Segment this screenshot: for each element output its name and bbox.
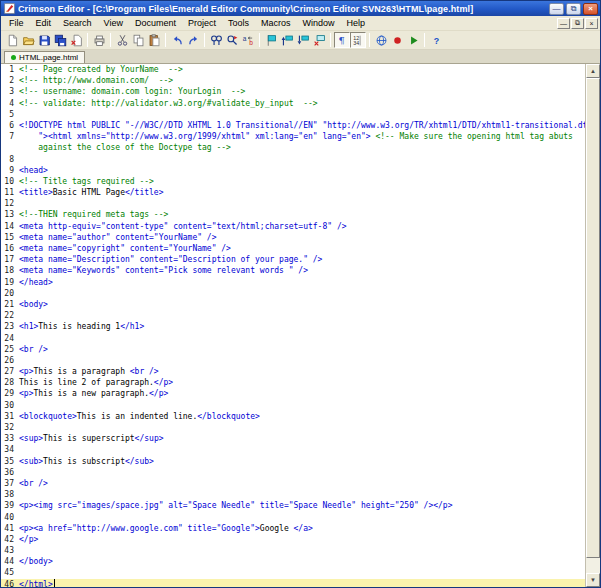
code-line[interactable]: against the close of the Doctype tag --> [1, 142, 585, 153]
find-next-icon[interactable] [224, 32, 240, 48]
code-line[interactable]: 7 "><html xmlns="http://www.w3.org/1999/… [1, 131, 585, 142]
current-line[interactable]: 46</html> [1, 579, 585, 587]
menu-search[interactable]: Search [57, 16, 98, 30]
code-line[interactable]: 6<!DOCTYPE html PUBLIC "-//W3C//DTD XHTM… [1, 120, 585, 131]
code-line[interactable]: 2<!-- http://www.domain.com/ --> [1, 75, 585, 86]
scroll-up-icon[interactable]: ▲ [586, 64, 600, 78]
code-area[interactable]: 1<!-- Page created by YourName -->2<!-- … [1, 64, 585, 587]
code-line[interactable]: 25<br /> [1, 344, 585, 355]
scrollbar-thumb[interactable] [586, 78, 600, 558]
replace-icon[interactable]: ab [240, 32, 256, 48]
view-in-browser-icon[interactable] [373, 32, 389, 48]
scrollbar-track[interactable] [586, 78, 600, 573]
code-line[interactable]: 17<meta name="Description" content="Desc… [1, 254, 585, 265]
save-all-icon[interactable] [52, 32, 68, 48]
close-button[interactable]: × [583, 3, 598, 15]
minimize-button[interactable]: — [549, 3, 564, 15]
redo-icon[interactable] [185, 32, 201, 48]
saved-indicator-icon [11, 55, 16, 60]
code-line[interactable]: 14<meta http-equiv="content-type" conten… [1, 221, 585, 232]
code-line[interactable]: 43 [1, 545, 585, 556]
code-line[interactable]: 20 [1, 288, 585, 299]
close-file-icon[interactable] [68, 32, 84, 48]
code-line[interactable]: 19</head> [1, 277, 585, 288]
next-bookmark-icon[interactable] [295, 32, 311, 48]
code-line[interactable]: 37<br /> [1, 478, 585, 489]
code-line[interactable]: 27<p>This is a paragraph <br /> [1, 366, 585, 377]
toggle-bookmark-icon[interactable] [263, 32, 279, 48]
menu-help[interactable]: Help [341, 16, 372, 30]
code-line[interactable]: 31<blockquote>This is an indented line.<… [1, 411, 585, 422]
code-line[interactable]: 29<p>This is a new paragraph.</p> [1, 388, 585, 399]
code-line[interactable]: 10<!-- Title tags required --> [1, 176, 585, 187]
code-line[interactable]: 26 [1, 355, 585, 366]
code-line[interactable]: 12 [1, 198, 585, 209]
vertical-scrollbar[interactable]: ▲ ▼ [585, 64, 600, 587]
undo-icon[interactable] [169, 32, 185, 48]
help-icon[interactable]: ? [428, 32, 444, 48]
code-line[interactable]: 33<sup>This is superscript</sup> [1, 433, 585, 444]
menu-document[interactable]: Document [129, 16, 182, 30]
new-file-icon[interactable] [4, 32, 20, 48]
tab-bar: HTML.page.html [1, 50, 600, 63]
restore-button[interactable]: ⧉ [566, 3, 581, 15]
code-line[interactable]: 32 [1, 422, 585, 433]
code-line[interactable]: 11<title>Basic HTML Page</title> [1, 187, 585, 198]
code-line[interactable]: 24 [1, 333, 585, 344]
code-line[interactable]: 36 [1, 467, 585, 478]
mdi-close-button[interactable]: × [585, 18, 598, 29]
copy-icon[interactable] [130, 32, 146, 48]
code-line[interactable]: 3<!-- username: domain.com login: YourLo… [1, 86, 585, 97]
code-line[interactable]: 15<meta name="author" content="YourName"… [1, 232, 585, 243]
previous-bookmark-icon[interactable] [279, 32, 295, 48]
menu-tools[interactable]: Tools [222, 16, 255, 30]
code-line[interactable]: 16<meta name="copyright" content="YourNa… [1, 243, 585, 254]
scroll-down-icon[interactable]: ▼ [586, 573, 600, 587]
code-line[interactable]: 35<sub>This is subscript</sub> [1, 456, 585, 467]
code-line[interactable]: 9<head> [1, 165, 585, 176]
code-line[interactable]: 28This is line 2 of paragraph.</p> [1, 377, 585, 388]
code-line[interactable]: 5 [1, 109, 585, 120]
cut-icon[interactable] [114, 32, 130, 48]
code-line[interactable]: 45 [1, 567, 585, 578]
code-line[interactable]: 40 [1, 512, 585, 523]
code-line[interactable]: 8 [1, 154, 585, 165]
code-line[interactable]: 41<p><a href="http://www.google.com" tit… [1, 523, 585, 534]
menu-view[interactable]: View [98, 16, 129, 30]
code-line[interactable]: 22 [1, 310, 585, 321]
code-line[interactable]: 44</body> [1, 556, 585, 567]
code-line[interactable]: 38 [1, 489, 585, 500]
code-line[interactable]: 39<p><img src="images/space.jpg" alt="Sp… [1, 500, 585, 511]
code-line[interactable]: 18<meta name="Keywords" content="Pick so… [1, 265, 585, 276]
mdi-minimize-button[interactable]: — [557, 18, 570, 29]
code-text: <h1>This is heading 1</h1> [19, 321, 144, 332]
menu-window[interactable]: Window [297, 16, 341, 30]
word-wrap-icon[interactable]: ¶ [334, 32, 350, 48]
editor-area[interactable]: 1<!-- Page created by YourName -->2<!-- … [1, 63, 600, 587]
menu-project[interactable]: Project [182, 16, 222, 30]
macro-record-icon[interactable] [389, 32, 405, 48]
code-line[interactable]: 34 [1, 444, 585, 455]
macro-play-icon[interactable] [405, 32, 421, 48]
line-number: 40 [1, 512, 19, 523]
code-line[interactable]: 1<!-- Page created by YourName --> [1, 64, 585, 75]
code-line[interactable]: 21<body> [1, 299, 585, 310]
clear-bookmarks-icon[interactable] [311, 32, 327, 48]
print-icon[interactable] [91, 32, 107, 48]
app-icon[interactable] [4, 3, 15, 14]
code-line[interactable]: 13<!--THEN required meta tags --> [1, 209, 585, 220]
save-file-icon[interactable] [36, 32, 52, 48]
code-line[interactable]: 30 [1, 400, 585, 411]
tab-page-html[interactable]: HTML.page.html [4, 51, 85, 63]
open-file-icon[interactable] [20, 32, 36, 48]
line-numbers-icon[interactable]: 1234 [350, 32, 366, 48]
find-icon[interactable] [208, 32, 224, 48]
code-line[interactable]: 42</p> [1, 534, 585, 545]
menu-edit[interactable]: Edit [30, 16, 58, 30]
menu-file[interactable]: File [3, 16, 30, 30]
paste-icon[interactable] [146, 32, 162, 48]
mdi-restore-button[interactable]: ⧉ [571, 18, 584, 29]
code-line[interactable]: 23<h1>This is heading 1</h1> [1, 321, 585, 332]
code-line[interactable]: 4<!-- validate: http://validator.w3.org/… [1, 98, 585, 109]
menu-macros[interactable]: Macros [255, 16, 297, 30]
